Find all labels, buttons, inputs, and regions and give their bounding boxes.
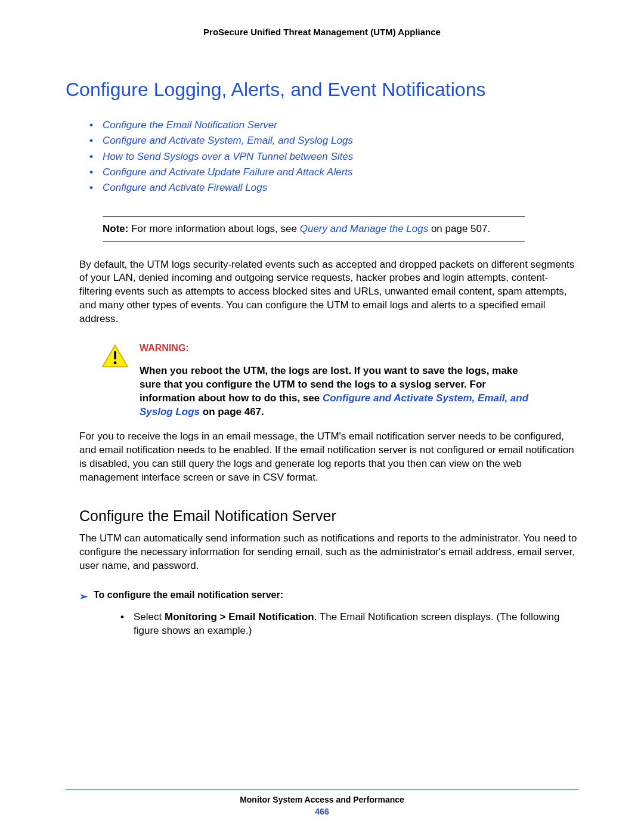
chevron-right-icon: ➢ (79, 590, 88, 603)
warning-icon (101, 343, 131, 419)
toc-item[interactable]: Configure the Email Notification Server (89, 117, 578, 133)
note-text-post: on page 507. (428, 223, 490, 234)
page-number: 466 (66, 807, 578, 816)
page-footer: Monitor System Access and Performance 46… (66, 789, 578, 816)
footer-divider (66, 789, 578, 790)
document-page: ProSecure Unified Threat Management (UTM… (0, 0, 644, 833)
toc-link: Configure and Activate Firewall Logs (103, 182, 267, 193)
note-callout: Note: For more information about logs, s… (103, 216, 525, 241)
note-link[interactable]: Query and Manage the Logs (300, 223, 428, 234)
toc-link: Configure the Email Notification Server (103, 119, 277, 131)
toc-item[interactable]: Configure and Activate Update Failure an… (89, 165, 578, 180)
toc-link: How to Send Syslogs over a VPN Tunnel be… (103, 151, 353, 162)
toc-item[interactable]: Configure and Activate System, Email, an… (89, 133, 578, 148)
svg-rect-1 (114, 351, 116, 360)
note-label: Note: (103, 223, 128, 234)
body-paragraph: The UTM can automatically send informati… (79, 532, 578, 573)
procedure-step-list: Select Monitoring > Email Notification. … (66, 610, 578, 639)
note-text-pre: For more information about logs, see (128, 223, 299, 234)
warning-content: WARNING: When you reboot the UTM, the lo… (140, 343, 537, 419)
warning-title: WARNING: (140, 343, 537, 354)
running-header: ProSecure Unified Threat Management (UTM… (66, 27, 578, 37)
contents-list: Configure the Email Notification Server … (66, 117, 578, 196)
warning-callout: WARNING: When you reboot the UTM, the lo… (101, 343, 537, 419)
page-title: Configure Logging, Alerts, and Event Not… (66, 79, 578, 101)
toc-item[interactable]: How to Send Syslogs over a VPN Tunnel be… (89, 149, 578, 165)
procedure-label: To configure the email notification serv… (94, 590, 283, 600)
warning-text: When you reboot the UTM, the logs are lo… (140, 364, 537, 419)
footer-title: Monitor System Access and Performance (66, 795, 578, 804)
toc-item[interactable]: Configure and Activate Firewall Logs (89, 180, 578, 196)
procedure-step: Select Monitoring > Email Notification. … (120, 610, 578, 639)
body-paragraph: For you to receive the logs in an email … (79, 430, 578, 485)
toc-link: Configure and Activate System, Email, an… (103, 135, 353, 146)
step-prefix: Select (134, 611, 165, 623)
warning-text-post: on page 467. (200, 406, 264, 417)
procedure-heading: ➢ To configure the email notification se… (79, 590, 578, 603)
toc-link: Configure and Activate Update Failure an… (103, 166, 353, 178)
section-heading: Configure the Email Notification Server (79, 507, 578, 525)
svg-point-2 (114, 361, 117, 364)
body-paragraph: By default, the UTM logs security-relate… (79, 258, 578, 327)
step-menu-path: Monitoring > Email Notification (165, 611, 314, 623)
